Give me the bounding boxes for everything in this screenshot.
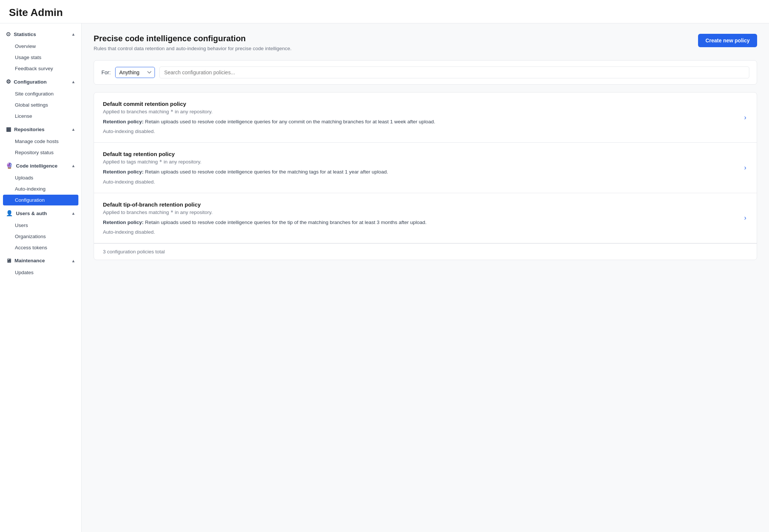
sidebar-item-manage-code-hosts[interactable]: Manage code hosts [3,136,78,147]
sidebar-item-overview[interactable]: Overview [3,41,78,52]
sidebar-section-code-intelligence: 🔮 Code intelligence ▲ Uploads Auto-index… [0,159,81,205]
filter-label: For: [101,69,111,75]
repositories-icon: ▦ [6,126,11,133]
statistics-label: Statistics [14,32,36,37]
code-intelligence-icon: 🔮 [6,162,13,169]
sidebar-section-statistics: ⊙ Statistics ▲ Overview Usage stats Feed… [0,28,81,74]
policy-2-auto-indexing: Auto-indexing disabled. [103,179,738,185]
policy-card-3: Default tip-of-branch retention policy A… [94,193,757,243]
sidebar-section-repositories: ▦ Repositories ▲ Manage code hosts Repos… [0,123,81,158]
chevron-code-intelligence: ▲ [71,163,75,168]
chevron-configuration: ▲ [71,80,75,84]
policy-card-1: Default commit retention policy Applied … [94,93,757,143]
sidebar-section-header-users-auth[interactable]: 👤 Users & auth ▲ [0,207,81,220]
policy-1-auto-indexing: Auto-indexing disabled. [103,129,738,134]
page-header: Precise code intelligence configuration … [94,34,757,51]
app-wrapper: Site Admin ⊙ Statistics ▲ Overview Usage… [0,0,769,532]
maintenance-icon: 🖥 [6,257,12,264]
sidebar-item-organizations[interactable]: Organizations [3,231,78,242]
sidebar-item-global-settings[interactable]: Global settings [3,100,78,110]
chevron-repositories: ▲ [71,127,75,132]
sidebar-item-uploads[interactable]: Uploads [3,172,78,183]
sidebar-item-repository-status[interactable]: Repository status [3,147,78,158]
sidebar-item-ci-configuration[interactable]: Configuration [3,195,78,205]
sidebar-item-feedback-survey[interactable]: Feedback survey [3,63,78,74]
policy-3-applied-to: Applied to branches matching * in any re… [103,209,738,215]
policy-3-retention: Retention policy: Retain uploads used to… [103,219,738,226]
page-header-text: Precise code intelligence configuration … [94,34,292,51]
page-subtitle: Rules that control data retention and au… [94,46,292,51]
sidebar: ⊙ Statistics ▲ Overview Usage stats Feed… [0,23,82,532]
policies-container: Default commit retention policy Applied … [94,92,757,260]
main-content: Precise code intelligence configuration … [82,23,769,532]
sidebar-section-header-configuration[interactable]: ⚙ Configuration ▲ [0,75,81,88]
policy-1-applied-to: Applied to branches matching * in any re… [103,108,738,114]
sidebar-section-users-auth: 👤 Users & auth ▲ Users Organizations Acc… [0,207,81,253]
sidebar-item-updates[interactable]: Updates [3,267,78,278]
sidebar-item-access-tokens[interactable]: Access tokens [3,242,78,253]
policy-3-title: Default tip-of-branch retention policy [103,201,738,208]
configuration-section-label: Configuration [14,79,46,85]
statistics-icon: ⊙ [6,31,11,38]
sidebar-item-auto-indexing[interactable]: Auto-indexing [3,184,78,194]
create-policy-button[interactable]: Create new policy [698,34,757,47]
chevron-users-auth: ▲ [71,211,75,215]
policy-1-title: Default commit retention policy [103,101,738,107]
maintenance-label: Maintenance [14,258,45,263]
policy-2-title: Default tag retention policy [103,151,738,157]
users-auth-label: Users & auth [16,211,47,216]
users-auth-icon: 👤 [6,210,13,217]
sidebar-section-header-maintenance[interactable]: 🖥 Maintenance ▲ [0,254,81,267]
sidebar-item-license[interactable]: License [3,111,78,121]
repositories-label: Repositories [14,127,45,132]
sidebar-section-maintenance: 🖥 Maintenance ▲ Updates [0,254,81,278]
policy-2-applied-to: Applied to tags matching * in any reposi… [103,159,738,165]
policy-2-chevron[interactable]: › [743,162,748,173]
policy-1-chevron[interactable]: › [743,112,748,123]
filter-row: For: Anything Repository Branch Tag [94,60,757,85]
configuration-icon: ⚙ [6,78,11,85]
page-title: Precise code intelligence configuration [94,34,292,43]
filter-select[interactable]: Anything Repository Branch Tag [115,67,155,78]
policy-3-auto-indexing: Auto-indexing disabled. [103,229,738,235]
chevron-statistics: ▲ [71,32,75,36]
policy-3-chevron[interactable]: › [743,213,748,223]
policy-card-2: Default tag retention policy Applied to … [94,143,757,193]
policies-total: 3 configuration policies total [103,249,165,254]
policy-1-retention: Retention policy: Retain uploads used to… [103,118,738,126]
site-title: Site Admin [0,0,769,23]
sidebar-section-header-repositories[interactable]: ▦ Repositories ▲ [0,123,81,136]
chevron-maintenance: ▲ [71,259,75,263]
sidebar-item-site-configuration[interactable]: Site configuration [3,88,78,99]
sidebar-item-usage-stats[interactable]: Usage stats [3,52,78,63]
policy-2-retention: Retention policy: Retain uploads used to… [103,168,738,176]
sidebar-section-header-statistics[interactable]: ⊙ Statistics ▲ [0,28,81,40]
search-input[interactable] [159,66,749,78]
main-layout: ⊙ Statistics ▲ Overview Usage stats Feed… [0,23,769,532]
sidebar-item-users[interactable]: Users [3,220,78,231]
sidebar-section-configuration: ⚙ Configuration ▲ Site configuration Glo… [0,75,81,121]
sidebar-section-header-code-intelligence[interactable]: 🔮 Code intelligence ▲ [0,159,81,172]
policies-footer: 3 configuration policies total [94,243,757,260]
code-intelligence-label: Code intelligence [16,163,58,169]
